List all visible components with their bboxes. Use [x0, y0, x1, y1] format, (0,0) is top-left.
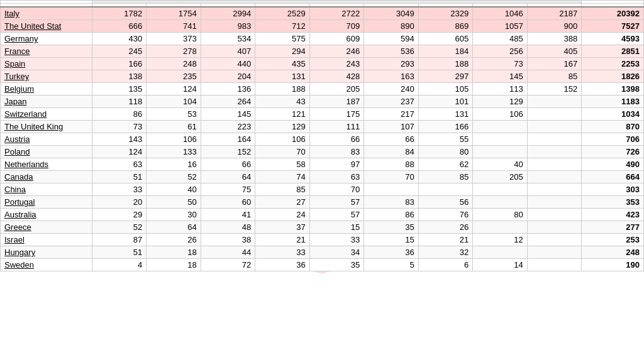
data-cell: 30 [147, 209, 201, 221]
data-cell: 105 [418, 83, 472, 95]
data-cell: 2529 [255, 7, 309, 20]
data-cell: 166 [418, 121, 472, 133]
data-cell: 66 [309, 133, 364, 146]
data-cell: 87 [92, 234, 146, 246]
table-row: Italy17821754299425292722304923291046218… [1, 7, 644, 20]
data-cell [527, 234, 581, 246]
country-cell[interactable]: Sweden [1, 259, 92, 271]
data-cell: 135 [92, 83, 146, 95]
data-cell: 104 [147, 95, 201, 108]
data-cell: 51 [92, 246, 146, 259]
data-cell: 70 [309, 183, 364, 196]
data-cell [473, 221, 527, 234]
country-cell[interactable]: Belgium [1, 83, 92, 95]
country-cell[interactable]: Germany [1, 33, 92, 45]
data-cell: 435 [255, 58, 309, 70]
data-cell: 248 [147, 58, 201, 70]
country-cell[interactable]: Greece [1, 221, 92, 234]
data-cell: 85 [255, 183, 309, 196]
country-cell[interactable]: Turkey [1, 70, 92, 83]
data-cell: 405 [527, 45, 581, 58]
data-cell: 237 [364, 95, 418, 108]
data-cell: 106 [473, 108, 527, 121]
data-cell: 72 [201, 259, 255, 271]
total-cell: 303 [582, 183, 644, 196]
data-cell: 121 [255, 108, 309, 121]
country-cell[interactable]: Canada [1, 171, 92, 183]
data-cell: 388 [527, 33, 581, 45]
data-cell: 76 [418, 209, 472, 221]
data-cell: 26 [147, 234, 201, 246]
total-cell: 706 [582, 133, 644, 146]
table-row: Canada51526474637085205664 [1, 171, 644, 183]
data-cell: 20 [92, 196, 146, 209]
data-cell: 217 [364, 108, 418, 121]
country-cell[interactable]: Italy [1, 7, 92, 20]
data-cell: 594 [364, 33, 418, 45]
data-cell [527, 146, 581, 158]
data-cell [473, 133, 527, 146]
country-cell[interactable]: Japan [1, 95, 92, 108]
data-cell: 106 [147, 133, 201, 146]
country-cell[interactable]: Portugal [1, 196, 92, 209]
country-cell[interactable]: The United Stat [1, 20, 92, 33]
country-cell[interactable]: Australia [1, 209, 92, 221]
data-cell [473, 246, 527, 259]
data-cell: 741 [147, 20, 201, 33]
country-cell[interactable]: China [1, 183, 92, 196]
data-cell: 163 [364, 70, 418, 83]
data-cell: 85 [418, 171, 472, 183]
data-cell: 430 [92, 33, 146, 45]
data-cell: 29 [92, 209, 146, 221]
country-cell[interactable]: Spain [1, 58, 92, 70]
data-cell: 55 [418, 133, 472, 146]
data-cell: 1782 [92, 7, 146, 20]
country-cell[interactable]: Hungary [1, 246, 92, 259]
data-cell: 184 [418, 45, 472, 58]
country-cell[interactable]: Netherlands [1, 158, 92, 171]
data-cell: 40 [473, 158, 527, 171]
data-cell [527, 246, 581, 259]
data-cell: 188 [418, 58, 472, 70]
data-cell: 60 [201, 196, 255, 209]
total-cell: 353 [582, 196, 644, 209]
data-cell: 101 [418, 95, 472, 108]
data-cell: 80 [418, 146, 472, 158]
data-cell: 53 [147, 108, 201, 121]
data-cell [473, 121, 527, 133]
data-cell: 32 [418, 246, 472, 259]
data-cell: 14 [473, 259, 527, 271]
table-row: Israel8726382133152112253 [1, 234, 644, 246]
data-cell: 21 [418, 234, 472, 246]
data-cell [527, 158, 581, 171]
data-cell: 4 [92, 259, 146, 271]
data-cell: 136 [201, 83, 255, 95]
data-cell [473, 146, 527, 158]
country-cell[interactable]: Poland [1, 146, 92, 158]
data-cell: 16 [147, 158, 201, 171]
data-cell [418, 183, 472, 196]
country-cell[interactable]: Switzerland [1, 108, 92, 121]
country-cell[interactable]: The United King [1, 121, 92, 133]
data-cell: 21 [255, 234, 309, 246]
data-cell: 1046 [473, 7, 527, 20]
country-cell[interactable]: France [1, 45, 92, 58]
data-cell: 35 [364, 221, 418, 234]
data-cell: 297 [418, 70, 472, 83]
data-cell: 86 [364, 209, 418, 221]
data-cell: 24 [255, 209, 309, 221]
data-cell [527, 133, 581, 146]
data-cell: 2187 [527, 7, 581, 20]
data-cell: 152 [527, 83, 581, 95]
data-cell: 43 [255, 95, 309, 108]
table-row: Netherlands6316665897886240490 [1, 158, 644, 171]
total-cell: 870 [582, 121, 644, 133]
country-cell[interactable]: Israel [1, 234, 92, 246]
country-cell[interactable]: Austria [1, 133, 92, 146]
table-row: France2452784072942465361842564052851 [1, 45, 644, 58]
data-cell: 223 [201, 121, 255, 133]
data-cell: 138 [92, 70, 146, 83]
data-cell: 84 [364, 146, 418, 158]
total-cell: 2851 [582, 45, 644, 58]
data-cell: 6 [418, 259, 472, 271]
